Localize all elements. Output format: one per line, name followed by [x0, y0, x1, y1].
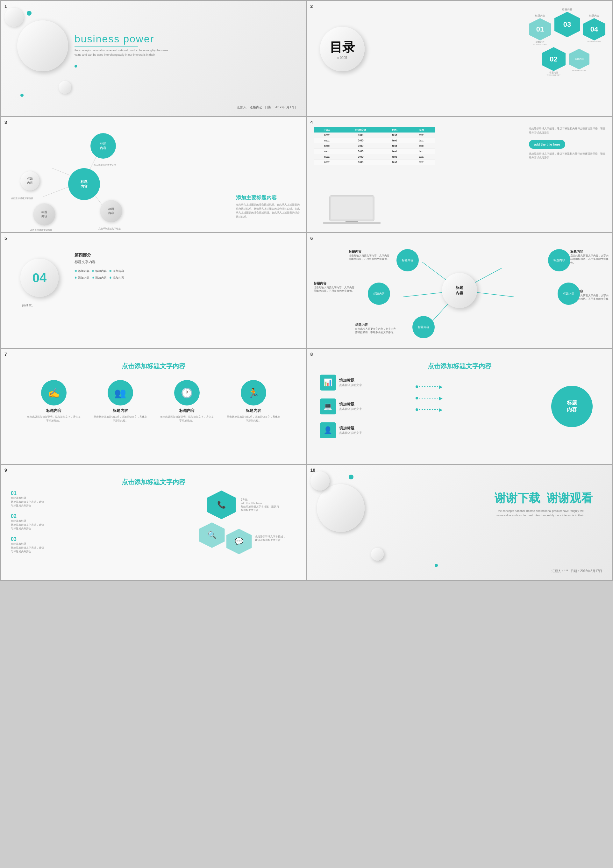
slide9-num-1: 01 在此添加标题此处添加详细文字表述，建议与标题相关并开合 — [11, 491, 44, 508]
arrow-dot-2 — [416, 397, 418, 400]
table-row: next0.00texttext — [314, 138, 435, 143]
slide-6-number: 6 — [311, 236, 313, 241]
slide8-ltitle-2: 填加标题 — [339, 401, 362, 407]
topic-label-04: 标题内容 — [589, 14, 599, 17]
top-link: 点击添加描述文字链接 — [94, 163, 116, 167]
deco-circle-10-lg — [317, 484, 365, 532]
slide7-title: 点击添加标题文字内容 — [8, 355, 300, 377]
slide9-hex-2: 🔍 — [199, 522, 225, 548]
spoke-2-text: 标题内容 点击此输入简要文字内容，文字内容需概括精练，不用多余的文字修饰。 — [570, 249, 608, 265]
slide-4: 4 Text Number Text Text next0.00texttext… — [307, 117, 612, 232]
table-row: next0.00texttext — [314, 154, 435, 160]
arrow-line-3 — [419, 409, 438, 410]
slide5-items: 添加内容 添加内容 添加内容 添加内容 添加内容 添加内容 — [74, 269, 124, 280]
hex-05: 标题内容 — [569, 49, 590, 70]
deco-circle-10-sm2 — [371, 548, 384, 561]
slide8-arrows: ▶ ▶ ▶ — [416, 384, 443, 418]
slide8-item-1: 📊 填加标题 点击输入说明文字 — [320, 375, 362, 391]
hex-01: 01 — [529, 18, 551, 40]
slide8-right-circle: 标题 内容 — [551, 386, 593, 427]
slide5-part-label: part 01 — [22, 303, 33, 307]
arrow-dot-1 — [416, 386, 418, 388]
slide7-item-1: ✍ 标题内容 单击此处添加简短说明，添加简短文字，具体文字添加此处。 — [27, 380, 81, 423]
hex-01-num: 01 — [536, 25, 544, 33]
hex-01-label: 标题内容 — [536, 40, 545, 43]
slide-2: 2 目录 c-0205 标题内容 01 标题内容 WORKREPORT 标题内容 — [307, 1, 612, 116]
slide7-desc-3: 单击此处添加简短说明，添加简短文字，具体文字添加此处。 — [160, 415, 214, 423]
th-text3: Text — [408, 127, 435, 133]
top-node: 标题 内容 — [90, 133, 116, 159]
dot-10-1 — [349, 474, 353, 479]
laptop-illustration — [323, 192, 381, 229]
slide4-right-area: 此处添加详细文字描述，建议与标题相关并符合整体语音风格，请查看并尝试此处添加 a… — [529, 127, 605, 165]
item-1: 添加内容 — [74, 269, 90, 273]
deco-circle-large — [17, 20, 68, 71]
arrow-row-3: ▶ — [416, 407, 443, 412]
mu-lu-circle: 目录 c-0205 — [320, 27, 365, 71]
slide9-num-label-1: 01 — [11, 491, 44, 496]
arrow-line-1 — [419, 386, 438, 387]
slide6-center: 标题 内容 — [442, 273, 477, 308]
slide8-icon-2: 💻 — [320, 398, 336, 414]
slide5-section-title: 第四部分 — [74, 252, 124, 258]
hex-04: 04 — [583, 18, 605, 40]
deco-circle-sm1 — [5, 8, 23, 27]
slide4-btn[interactable]: add the title here — [529, 140, 565, 149]
slide9-hex-row-2: 🔍 💬 此处添加详细文字本描述，建议与标题相关并开合 — [199, 522, 287, 554]
slide7-item-2: 👥 标题内容 单击此处添加简短说明，添加简短文字，具体文字添加此处。 — [93, 380, 147, 423]
slide9-hex-1: 📞 — [207, 491, 236, 519]
item-2: 添加内容 — [92, 269, 107, 273]
slide7-title-1: 标题内容 — [46, 408, 62, 414]
slide7-desc-4: 单击此处添加简短说明，添加简短文字，具体文字添加此处。 — [226, 415, 280, 423]
slide7-title-2: 标题内容 — [113, 408, 128, 414]
hex-04-num: 04 — [590, 25, 598, 33]
hex-05-group: 标题内容 WORKREPORT — [569, 49, 590, 76]
item-4: 添加内容 — [74, 276, 90, 280]
slide8-item-2: 💻 填加标题 点击输入说明文字 — [320, 398, 362, 414]
table-row: next0.00texttext — [314, 133, 435, 138]
slide8-ltitle-1: 填加标题 — [339, 378, 362, 383]
hex-03: 03 — [554, 12, 580, 37]
slide1-footer: 汇报人：道格办公 日期：201x年8月17日 — [237, 105, 296, 110]
slide4-desc2: 此处添加详细文字描述，建议与标题相关并符合整体语音风格，请查看并尝试此处添加 — [529, 152, 605, 160]
slide8-ldesc-1: 点击输入说明文字 — [339, 383, 362, 388]
slide9-num-label-2: 02 — [11, 513, 44, 519]
slide4-table-area: Text Number Text Text next0.00texttext n… — [314, 127, 435, 165]
slide7-item-3: 🕐 标题内容 单击此处添加简短说明，添加简短文字，具体文字添加此处。 — [160, 380, 214, 423]
slide9-percent: 75% — [241, 498, 248, 502]
dot3 — [74, 65, 77, 68]
slide-9: 9 点击添加标题文字内容 01 在此添加标题此处添加详细文字表述，建议与标题相关… — [1, 465, 306, 580]
slide8-item-3: 👤 填加标题 点击输入说明文字 — [320, 422, 362, 438]
slide9-left-nums: 01 在此添加标题此处添加详细文字表述，建议与标题相关并开合 02 在此添加标题… — [11, 491, 44, 560]
hex-03-num: 03 — [563, 20, 571, 29]
hex-03-group: 标题内容 03 — [554, 8, 580, 37]
slide-10-number: 10 — [311, 468, 316, 473]
title-area: business power the concepts national inc… — [74, 33, 170, 57]
slide9-hex-row-1: 📞 75% add the title here 此处添加详细文字本描述，建议与… — [199, 491, 287, 519]
spoke-1-text: 标题内容 点击此输入简要文字内容，文字内容需概括精练，不用多余的文字修饰。 — [349, 249, 390, 261]
hex-02: 02 — [542, 47, 565, 71]
slide5-section-sub: 标题文字内容 — [74, 260, 124, 264]
th-text2: Text — [381, 127, 408, 133]
left-link: 点击添加描述文字链接 — [11, 197, 33, 200]
slide8-icon-3: 👤 — [320, 422, 336, 438]
hex-container: 标题内容 01 标题内容 WORKREPORT 标题内容 03 标题内容 — [529, 8, 605, 76]
slide-7-number: 7 — [5, 352, 7, 357]
slide9-percent-label: add the title here — [241, 502, 262, 505]
arrow-row-2: ▶ — [416, 395, 443, 401]
slide9-num-text-2: 在此添加标题此处添加详细文字表述，建议与标题相关并开合 — [11, 519, 44, 531]
slide8-ldesc-2: 点击输入说明文字 — [339, 407, 362, 411]
slide8-icon-1: 📊 — [320, 375, 336, 391]
bottom-right-node: 标题 内容 — [100, 200, 122, 222]
table-row: next0.00texttext — [314, 143, 435, 149]
slide8-title: 点击添加标题文字内容 — [314, 355, 606, 374]
slide-5: 5 04 part 01 第四部分 标题文字内容 添加内容 添加内容 添加内容 … — [1, 233, 306, 348]
slide5-big-num: 04 — [20, 259, 59, 297]
th-number: Number — [340, 127, 381, 133]
slide-2-number: 2 — [311, 4, 313, 9]
slide-1-number: 1 — [5, 4, 7, 9]
slide7-icon-1: ✍ — [41, 380, 67, 406]
item-5: 添加内容 — [92, 276, 107, 280]
slide8-text-2: 填加标题 点击输入说明文字 — [339, 401, 362, 411]
arrow-head-3: ▶ — [439, 407, 443, 412]
